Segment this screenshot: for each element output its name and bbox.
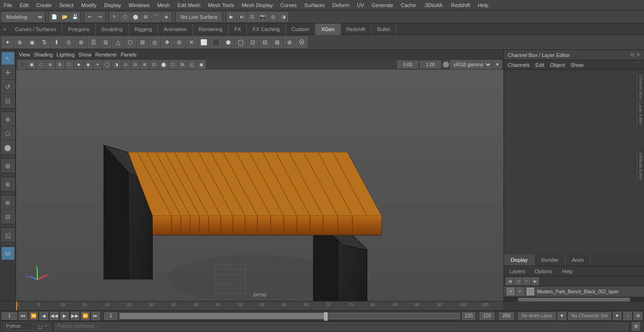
icon-xgen1[interactable]: ✦	[2, 37, 13, 48]
show-manip-btn[interactable]: ⊞	[1, 159, 15, 172]
vp-snap-btn[interactable]: ⊕	[46, 60, 55, 69]
channels-label[interactable]: Channels	[508, 62, 529, 68]
tabs-toggle[interactable]: ≡	[0, 24, 9, 35]
menu-display[interactable]: Display	[100, 1, 125, 9]
render-cam-btn[interactable]: 📷	[258, 12, 267, 22]
prev-frame-btn[interactable]: ◀	[40, 312, 48, 320]
anim-end-input[interactable]	[479, 312, 495, 320]
tab-rigging[interactable]: Rigging	[129, 24, 158, 35]
character-set-arrow[interactable]: ▼	[613, 312, 621, 320]
icon-xgen10[interactable]: △	[112, 37, 124, 48]
python-minimize-btn[interactable]	[33, 324, 37, 329]
menu-file[interactable]: File	[0, 1, 16, 9]
add-btn[interactable]: ⊕	[1, 196, 15, 209]
icon-xgen16[interactable]: ✕	[186, 37, 197, 48]
tab-fx-caching[interactable]: FX Caching	[247, 24, 286, 35]
python-maximize-btn[interactable]: □	[38, 324, 43, 329]
show-label[interactable]: Show	[570, 62, 584, 68]
vp-shadow-btn[interactable]: ◑	[112, 60, 121, 69]
python-script-editor-btn[interactable]: ⊞	[632, 322, 640, 331]
vp-solid-btn[interactable]: ■	[74, 60, 83, 69]
icon-xgen6[interactable]: ⊙	[63, 37, 74, 48]
menu-deform[interactable]: Deform	[329, 1, 353, 9]
menu-select[interactable]: Select	[56, 1, 78, 9]
go-end-btn[interactable]: ⏭	[91, 312, 100, 320]
icon-xgen3[interactable]: ◉	[26, 37, 38, 48]
vp-menu-panels[interactable]: Panels	[121, 52, 137, 57]
timeline-track[interactable]: 1 5 10 15 20 25 30 35 40 45 50 55 60 65 …	[16, 301, 504, 310]
range-bar-container[interactable]	[119, 313, 460, 319]
sound-btn[interactable]: ♪	[623, 312, 632, 320]
icon-xgen21[interactable]: ⊡	[247, 37, 258, 48]
rotate-tool-btn[interactable]: ↺	[1, 80, 15, 93]
icon-xgen8[interactable]: ☰	[88, 37, 99, 48]
python-close-btn[interactable]: ✕	[44, 324, 49, 329]
display-btn[interactable]: ◑	[279, 12, 288, 22]
vp-light-btn[interactable]: ☀	[93, 60, 102, 69]
vp-menu-renderer[interactable]: Renderer	[95, 52, 117, 57]
select-btn[interactable]: ↖	[110, 12, 119, 22]
layers-prev2-btn[interactable]: ◁	[514, 277, 522, 285]
menu-3dtall[interactable]: -3DtoAll-	[420, 1, 447, 9]
layer-color-swatch[interactable]	[527, 288, 534, 295]
menu-mesh[interactable]: Mesh	[153, 1, 173, 9]
render-seq-btn[interactable]: ⏯	[237, 12, 247, 22]
snap-grid-btn[interactable]: ⊞	[141, 12, 150, 22]
select-tool-btn[interactable]: ↖	[1, 52, 15, 65]
maya-logo-btn[interactable]: M	[1, 247, 15, 260]
tab-polygons[interactable]: Polygons	[62, 24, 95, 35]
menu-edit-mesh[interactable]: Edit Mesh	[173, 1, 204, 9]
vp-menu-show[interactable]: Show	[79, 52, 92, 57]
vp-wireframe-btn[interactable]: ⬡	[65, 60, 74, 69]
vp-clip-btn[interactable]: □	[37, 60, 45, 69]
icon-xgen4[interactable]: ⇅	[39, 37, 50, 48]
small-window-btn[interactable]: Python □ ✕	[4, 322, 51, 331]
range-bar[interactable]	[119, 313, 460, 319]
menu-surfaces[interactable]: Surfaces	[301, 1, 329, 9]
paint-select-btn[interactable]: ⬤	[1, 141, 15, 154]
rp-subtab-help[interactable]: Help	[558, 267, 577, 275]
vp-colorspace-select[interactable]: sRGB gamma	[450, 60, 492, 69]
display-layer-btn[interactable]: ◱	[1, 228, 15, 242]
icon-xgen23[interactable]: ⊠	[272, 37, 283, 48]
save-btn[interactable]: 💾	[70, 12, 80, 22]
anim-layer-arrow[interactable]: ▼	[558, 312, 566, 320]
tab-custom[interactable]: Custom	[286, 24, 316, 35]
snap-curve-btn[interactable]: ⌒	[151, 12, 161, 22]
timeline-settings-btn[interactable]: ⚙	[634, 312, 642, 320]
vp-aa-btn[interactable]: ⊗	[140, 60, 149, 69]
tab-xgen[interactable]: XGen	[315, 24, 340, 35]
vp-texture-btn[interactable]: ◉	[84, 60, 92, 69]
icon-xgen5[interactable]: ⬇	[51, 37, 62, 48]
layers-scrollbar-thumb[interactable]	[518, 298, 630, 301]
next-key-btn[interactable]: ⏩	[81, 312, 90, 320]
vp-menu-lighting[interactable]: Lighting	[57, 52, 75, 57]
rp-subtab-layers[interactable]: Layers	[506, 267, 529, 275]
vp-crease-btn[interactable]: ⊞	[178, 60, 187, 69]
icon-xgen14[interactable]: ❖	[161, 37, 173, 48]
icon-xgen25[interactable]: ⦿	[296, 37, 307, 48]
vp-colorspace-arrow[interactable]: ▼	[493, 60, 502, 69]
tab-animation[interactable]: Animation	[158, 24, 193, 35]
vp-ambient-btn[interactable]: ◯	[103, 60, 111, 69]
channel-box-side-tab[interactable]: Channel Box / Layer Editor	[637, 72, 644, 128]
mode-select[interactable]: Modeling	[2, 12, 44, 22]
layers-prev-btn[interactable]: ◀	[506, 277, 513, 285]
icon-xgen2[interactable]: ⊕	[14, 37, 25, 48]
icon-xgen17[interactable]: ⬜	[198, 37, 209, 48]
vp-scale-input[interactable]	[420, 61, 441, 68]
icon-xgen7[interactable]: ⊗	[75, 37, 87, 48]
menu-cache[interactable]: Cache	[397, 1, 420, 9]
vp-rotate-input[interactable]	[397, 61, 418, 68]
scale-tool-btn[interactable]: ⊡	[1, 94, 15, 107]
menu-create[interactable]: Create	[33, 1, 56, 9]
rp-tab-display[interactable]: Display	[504, 254, 535, 266]
icon-xgen22[interactable]: ⊟	[259, 37, 271, 48]
menu-help[interactable]: Help	[474, 1, 492, 9]
layer-p-toggle[interactable]: P	[516, 288, 524, 295]
icon-xgen15[interactable]: ⊘	[173, 37, 185, 48]
vp-ao-btn[interactable]: ⊙	[122, 60, 130, 69]
layers-next-btn[interactable]: ▶	[531, 277, 539, 285]
no-anim-layer-btn[interactable]: No Anim Layer	[518, 312, 556, 320]
render-btn[interactable]: ▶	[227, 12, 236, 22]
